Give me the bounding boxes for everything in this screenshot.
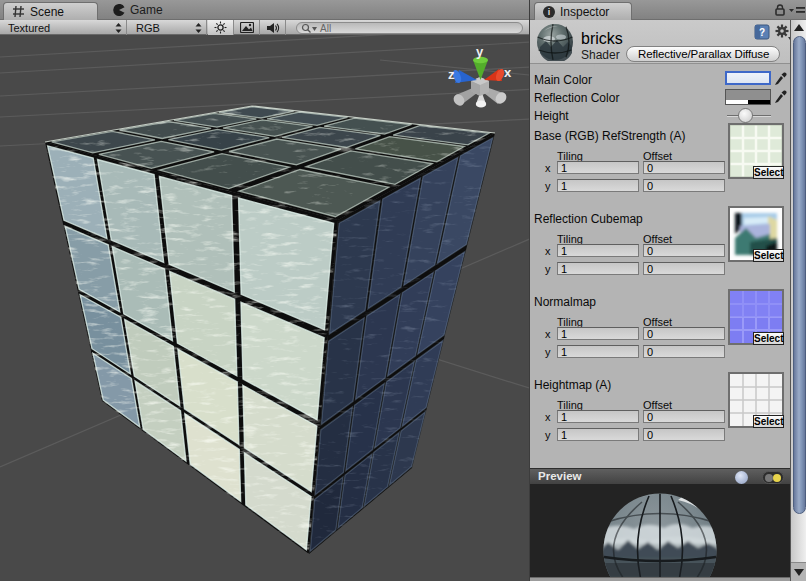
svg-text:z: z: [448, 67, 455, 82]
svg-text:y: y: [476, 44, 484, 59]
svg-text:?: ?: [759, 27, 765, 38]
svg-text:x: x: [504, 65, 512, 80]
